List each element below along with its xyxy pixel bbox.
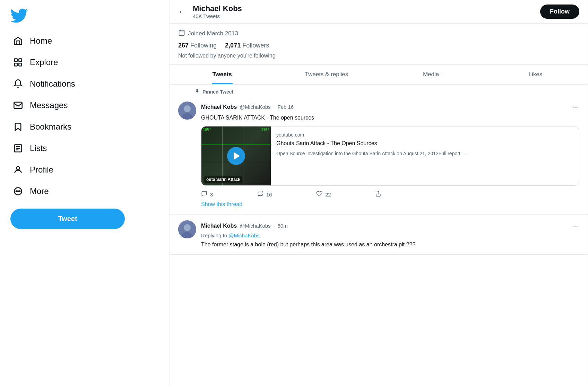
sidebar-item-more[interactable]: More <box>7 182 81 201</box>
joined-text: Joined March 2013 <box>188 30 238 37</box>
sidebar-item-label-bookmarks: Bookmarks <box>30 122 71 132</box>
profile-header-left: ← Michael Kobs 40K Tweets <box>178 4 242 19</box>
tweet-card[interactable]: 105° 130° outa Sarin Attack youtube.com … <box>201 126 579 186</box>
tweet-meta-2: Michael Kobs @MichaKobs · 50m ··· <box>201 220 579 231</box>
share-action[interactable] <box>375 191 381 199</box>
sidebar-item-home[interactable]: Home <box>7 31 81 51</box>
sidebar-item-notifications[interactable]: Notifications <box>7 74 81 94</box>
tweet-handle-2: @MichaKobs <box>240 223 270 229</box>
tweet-content: Michael Kobs @MichaKobs · Feb 16 ··· GHO… <box>201 102 579 209</box>
following-label: Following <box>190 42 217 49</box>
sidebar-item-label-explore: Explore <box>30 58 58 67</box>
thumb-label: outa Sarin Attack <box>204 176 242 183</box>
sidebar-item-label-lists: Lists <box>30 143 47 153</box>
tweet-item: Pinned Tweet Michael Kobs @MichaKobs <box>170 85 588 215</box>
sidebar-item-explore[interactable]: Explore <box>7 53 81 72</box>
pin-icon <box>195 89 200 95</box>
svg-point-13 <box>19 191 20 192</box>
tweet-avatar-2 <box>178 220 196 238</box>
follow-button[interactable]: Follow <box>540 5 579 19</box>
followers-count[interactable]: 2,071 Followers <box>225 42 269 49</box>
profile-header-info: Michael Kobs 40K Tweets <box>193 4 242 19</box>
home-icon <box>12 35 24 46</box>
follow-counts: 267 Following 2,071 Followers <box>178 42 579 49</box>
tab-tweets-replies[interactable]: Tweets & replies <box>274 65 379 84</box>
svg-rect-0 <box>15 59 17 62</box>
reply-action[interactable]: 3 <box>201 191 213 199</box>
sidebar-item-label-notifications: Notifications <box>30 79 75 89</box>
tweet-card-thumbnail: 105° 130° outa Sarin Attack <box>201 126 271 185</box>
sidebar-item-lists[interactable]: Lists <box>7 139 81 158</box>
svg-rect-14 <box>179 30 184 35</box>
tab-tweets[interactable]: Tweets <box>170 65 274 84</box>
tweet-author: Michael Kobs <box>201 104 237 110</box>
tweet-actions: 3 16 <box>201 191 381 199</box>
sidebar-item-messages[interactable]: Messages <box>7 96 81 115</box>
tab-likes[interactable]: Likes <box>483 65 588 84</box>
tweet-author-2: Michael Kobs <box>201 223 237 229</box>
joined-row: Joined March 2013 <box>178 29 579 38</box>
bookmarks-icon <box>12 121 24 132</box>
messages-icon <box>12 100 24 111</box>
show-thread-link[interactable]: Show this thread <box>201 199 579 209</box>
like-count: 22 <box>325 192 331 198</box>
main-nav: Home Explore Notifications <box>7 31 81 203</box>
tweet-button[interactable]: Tweet <box>10 209 125 229</box>
profile-icon <box>12 164 24 175</box>
replying-to-handle[interactable]: @MichaKobs <box>228 233 259 238</box>
calendar-icon <box>178 29 185 38</box>
retweet-icon <box>257 191 263 199</box>
svg-point-19 <box>184 105 191 112</box>
sidebar-item-profile[interactable]: Profile <box>7 160 81 179</box>
pinned-tweet: Michael Kobs @MichaKobs · Feb 16 ··· GHO… <box>170 96 588 215</box>
tab-media[interactable]: Media <box>379 65 483 84</box>
second-tweet: Michael Kobs @MichaKobs · 50m ··· Replyi… <box>170 215 588 255</box>
tweet-more-button-2[interactable]: ··· <box>571 220 579 231</box>
profile-header: ← Michael Kobs 40K Tweets Follow <box>170 0 588 24</box>
lists-icon <box>12 143 24 154</box>
like-action[interactable]: 22 <box>316 191 331 199</box>
svg-point-23 <box>184 224 191 231</box>
svg-rect-3 <box>19 63 21 66</box>
pinned-text: Pinned Tweet <box>202 89 233 95</box>
back-button[interactable]: ← <box>178 7 186 16</box>
tweet-date-2: 50m <box>277 223 287 229</box>
explore-icon <box>12 57 24 68</box>
sidebar-item-label-messages: Messages <box>30 100 68 110</box>
svg-rect-1 <box>19 59 21 62</box>
like-icon <box>316 191 322 199</box>
tweet-dot: · <box>274 104 275 110</box>
tweet-meta: Michael Kobs @MichaKobs · Feb 16 ··· <box>201 102 579 112</box>
reply-icon <box>201 191 207 199</box>
tweet-more-button[interactable]: ··· <box>571 102 579 112</box>
followers-label: Followers <box>242 42 269 49</box>
followers-number: 2,071 <box>225 42 241 49</box>
tweet-meta-left: Michael Kobs @MichaKobs · Feb 16 <box>201 104 294 110</box>
tweet-content-2: Michael Kobs @MichaKobs · 50m ··· Replyi… <box>201 220 579 249</box>
following-number: 267 <box>178 42 189 49</box>
sidebar-item-label-profile: Profile <box>30 165 53 175</box>
retweet-action[interactable]: 16 <box>257 191 272 199</box>
tweet-list: Pinned Tweet Michael Kobs @MichaKobs <box>170 85 588 255</box>
tweet-avatar <box>178 102 196 120</box>
sidebar-item-bookmarks[interactable]: Bookmarks <box>7 117 81 137</box>
card-source: youtube.com <box>276 132 573 138</box>
tweet-text-2: The former stage is a hole (red) but per… <box>201 240 579 249</box>
card-desc: Open Source Investigation into the Ghout… <box>276 150 573 157</box>
sidebar-item-label-more: More <box>30 186 49 196</box>
main-content: ← Michael Kobs 40K Tweets Follow Joined … <box>170 0 588 386</box>
retweet-count: 16 <box>266 192 272 198</box>
profile-tabs: Tweets Tweets & replies Media Likes <box>170 65 588 85</box>
following-count[interactable]: 267 Following <box>178 42 217 49</box>
play-button[interactable] <box>227 147 245 165</box>
profile-name: Michael Kobs <box>193 4 242 13</box>
svg-point-12 <box>18 191 19 192</box>
profile-stats: Joined March 2013 267 Following 2,071 Fo… <box>170 24 588 65</box>
svg-point-9 <box>16 167 19 170</box>
share-icon <box>375 191 381 199</box>
tweet-meta-left-2: Michael Kobs @MichaKobs · 50m <box>201 223 288 229</box>
more-icon <box>12 186 24 197</box>
svg-point-11 <box>16 191 17 192</box>
tweet-card-info: youtube.com Ghouta Sarin Attack - The Op… <box>271 126 579 185</box>
not-followed-text: Not followed by anyone you're following <box>178 53 579 59</box>
